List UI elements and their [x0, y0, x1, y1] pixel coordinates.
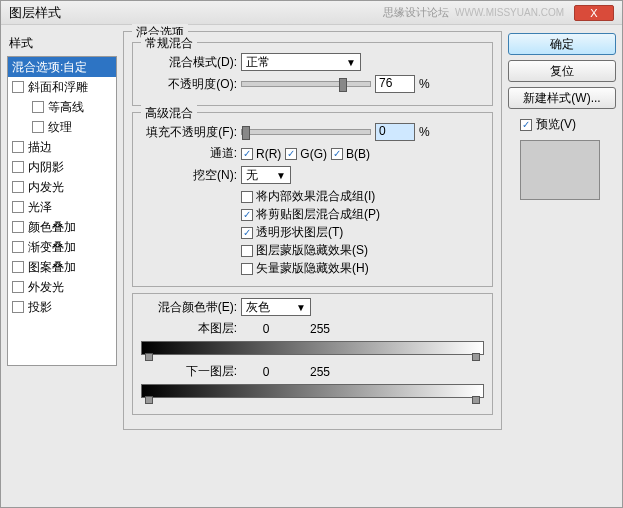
channels-row: 通道: R(R) G(G) B(B)	[141, 145, 484, 162]
blend-mode-value: 正常	[246, 54, 270, 71]
style-list-item[interactable]: 外发光	[8, 277, 116, 297]
checkbox-icon	[241, 245, 253, 257]
advanced-option[interactable]: 透明形状图层(T)	[241, 224, 484, 241]
checkbox-icon	[12, 281, 24, 293]
cancel-button[interactable]: 复位	[508, 60, 616, 82]
advanced-blending-group: 高级混合 填充不透明度(F): 0 % 通道: R(R) G(G) B(B)	[132, 112, 493, 287]
style-list-item[interactable]: 内发光	[8, 177, 116, 197]
preview-swatch	[520, 140, 600, 200]
gradient-stop-icon[interactable]	[472, 396, 480, 404]
watermark-url: WWW.MISSYUAN.COM	[455, 7, 564, 18]
fill-opacity-slider[interactable]	[241, 129, 371, 135]
this-layer-gradient[interactable]	[141, 341, 484, 355]
general-blending-group: 常规混合 混合模式(D): 正常 ▼ 不透明度(O): 76 %	[132, 42, 493, 106]
channel-r[interactable]: R(R)	[241, 147, 281, 161]
checkbox-icon	[12, 201, 24, 213]
style-item-label: 等高线	[48, 99, 84, 116]
opacity-slider[interactable]	[241, 81, 371, 87]
style-item-label: 内发光	[28, 179, 64, 196]
advanced-option[interactable]: 将内部效果混合成组(I)	[241, 188, 484, 205]
window-title: 图层样式	[9, 4, 61, 22]
underlying-layer-row: 下一图层: 0 255	[141, 363, 484, 380]
knockout-row: 挖空(N): 无 ▼	[141, 166, 484, 184]
under-low-value: 0	[241, 365, 291, 379]
style-list-item[interactable]: 光泽	[8, 197, 116, 217]
styles-list[interactable]: 混合选项:自定斜面和浮雕等高线纹理描边内阴影内发光光泽颜色叠加渐变叠加图案叠加外…	[7, 56, 117, 366]
checkbox-icon	[12, 301, 24, 313]
style-list-item[interactable]: 等高线	[8, 97, 116, 117]
checkbox-icon	[241, 148, 253, 160]
gradient-stop-icon[interactable]	[145, 353, 153, 361]
blend-mode-select[interactable]: 正常 ▼	[241, 53, 361, 71]
underlying-layer-gradient[interactable]	[141, 384, 484, 398]
blend-mode-label: 混合模式(D):	[141, 54, 237, 71]
chevron-down-icon: ▼	[276, 170, 286, 181]
advanced-option[interactable]: 将剪贴图层混合成组(P)	[241, 206, 484, 223]
advanced-options-list: 将内部效果混合成组(I)将剪贴图层混合成组(P)透明形状图层(T)图层蒙版隐藏效…	[241, 188, 484, 277]
new-style-button[interactable]: 新建样式(W)...	[508, 87, 616, 109]
style-item-label: 渐变叠加	[28, 239, 76, 256]
this-layer-row: 本图层: 0 255	[141, 320, 484, 337]
style-item-label: 斜面和浮雕	[28, 79, 88, 96]
watermark-text: 思缘设计论坛	[383, 5, 449, 20]
checkbox-icon	[12, 81, 24, 93]
percent-label: %	[419, 125, 430, 139]
knockout-select[interactable]: 无 ▼	[241, 166, 291, 184]
opacity-field[interactable]: 76	[375, 75, 415, 93]
styles-column: 样式 混合选项:自定斜面和浮雕等高线纹理描边内阴影内发光光泽颜色叠加渐变叠加图案…	[7, 31, 117, 501]
advanced-option[interactable]: 矢量蒙版隐藏效果(H)	[241, 260, 484, 277]
buttons-column: 确定 复位 新建样式(W)... 预览(V)	[508, 31, 616, 501]
preview-checkbox[interactable]: 预览(V)	[508, 114, 616, 135]
gradient-stop-icon[interactable]	[145, 396, 153, 404]
style-list-item[interactable]: 图案叠加	[8, 257, 116, 277]
style-list-item[interactable]: 描边	[8, 137, 116, 157]
style-item-label: 纹理	[48, 119, 72, 136]
style-list-item[interactable]: 斜面和浮雕	[8, 77, 116, 97]
checkbox-icon	[12, 161, 24, 173]
blend-if-label: 混合颜色带(E):	[141, 299, 237, 316]
options-column: 混合选项 常规混合 混合模式(D): 正常 ▼ 不透明度(O): 76	[123, 31, 502, 501]
advanced-legend: 高级混合	[141, 105, 197, 122]
close-button[interactable]: X	[574, 5, 614, 21]
under-high-value: 255	[295, 365, 345, 379]
this-layer-label: 本图层:	[141, 320, 237, 337]
option-label: 矢量蒙版隐藏效果(H)	[256, 260, 369, 277]
fill-opacity-row: 填充不透明度(F): 0 %	[141, 123, 484, 141]
titlebar-right: 思缘设计论坛 WWW.MISSYUAN.COM X	[383, 5, 614, 21]
checkbox-icon	[331, 148, 343, 160]
channel-b[interactable]: B(B)	[331, 147, 370, 161]
gradient-stop-icon[interactable]	[472, 353, 480, 361]
fill-opacity-field[interactable]: 0	[375, 123, 415, 141]
style-item-label: 混合选项:自定	[12, 59, 87, 76]
checkbox-icon	[241, 191, 253, 203]
style-list-item[interactable]: 投影	[8, 297, 116, 317]
this-low-value: 0	[241, 322, 291, 336]
checkbox-icon	[12, 241, 24, 253]
preview-label: 预览(V)	[536, 116, 576, 133]
advanced-option[interactable]: 图层蒙版隐藏效果(S)	[241, 242, 484, 259]
checkbox-icon	[12, 141, 24, 153]
checkbox-icon	[12, 261, 24, 273]
style-item-label: 光泽	[28, 199, 52, 216]
blend-if-value: 灰色	[246, 299, 270, 316]
chevron-down-icon: ▼	[296, 302, 306, 313]
style-item-label: 图案叠加	[28, 259, 76, 276]
fill-opacity-label: 填充不透明度(F):	[141, 124, 237, 141]
channel-g[interactable]: G(G)	[285, 147, 327, 161]
blending-options-group: 混合选项 常规混合 混合模式(D): 正常 ▼ 不透明度(O): 76	[123, 31, 502, 430]
style-list-item[interactable]: 颜色叠加	[8, 217, 116, 237]
checkbox-icon	[241, 227, 253, 239]
blend-mode-row: 混合模式(D): 正常 ▼	[141, 53, 484, 71]
style-list-item[interactable]: 纹理	[8, 117, 116, 137]
dialog-body: 样式 混合选项:自定斜面和浮雕等高线纹理描边内阴影内发光光泽颜色叠加渐变叠加图案…	[1, 25, 622, 507]
blend-if-select[interactable]: 灰色 ▼	[241, 298, 311, 316]
checkbox-icon	[285, 148, 297, 160]
ok-button[interactable]: 确定	[508, 33, 616, 55]
layer-style-dialog: 图层样式 思缘设计论坛 WWW.MISSYUAN.COM X 样式 混合选项:自…	[0, 0, 623, 508]
style-item-label: 描边	[28, 139, 52, 156]
option-label: 将剪贴图层混合成组(P)	[256, 206, 380, 223]
style-list-item[interactable]: 渐变叠加	[8, 237, 116, 257]
option-label: 将内部效果混合成组(I)	[256, 188, 375, 205]
style-list-item[interactable]: 混合选项:自定	[8, 57, 116, 77]
style-list-item[interactable]: 内阴影	[8, 157, 116, 177]
